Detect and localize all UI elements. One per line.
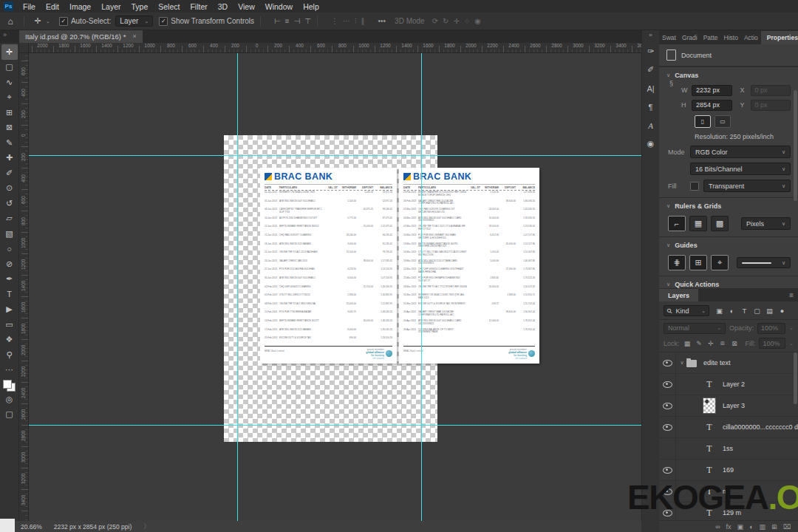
tool-button[interactable]: ✛ [1, 44, 18, 60]
auto-select-target-dropdown[interactable]: Layer ⌄ [115, 16, 153, 27]
layer-name[interactable]: cilla0000000...ccccccc0 d [723, 423, 798, 431]
panel-tab[interactable]: Swat [659, 31, 679, 44]
layer-name[interactable]: 169 [723, 466, 734, 474]
layers-action-icon[interactable]: ◐ [749, 523, 753, 531]
layer-filter-icon[interactable]: ▤ [764, 305, 775, 316]
tool-button[interactable]: ▧ [1, 226, 18, 242]
home-icon[interactable]: ⌂ [3, 16, 18, 27]
landscape-orientation-button[interactable]: ▭ [715, 115, 731, 128]
layer-filter-icon[interactable]: ◐ [726, 305, 737, 316]
layers-action-icon[interactable]: ∞ [715, 523, 720, 531]
visibility-toggle[interactable] [659, 395, 676, 416]
visibility-toggle[interactable] [659, 374, 676, 395]
layers-action-icon[interactable]: ▣ [737, 523, 744, 531]
tool-button[interactable]: ⊘ [1, 256, 18, 272]
layer-filter-icon[interactable]: T [739, 305, 750, 316]
layers-action-icon[interactable]: ⌧ [783, 523, 791, 531]
width-field[interactable]: 2232 px [692, 85, 732, 96]
layers-action-icon[interactable]: ▥ [760, 523, 766, 531]
expand-panels-icon[interactable]: » [649, 32, 652, 38]
group-caret-icon[interactable]: ∨ [678, 360, 686, 366]
guides-toggle[interactable]: ⋕ [668, 255, 686, 270]
tool-button[interactable]: ✒ [1, 272, 18, 287]
collapsed-panel-icon[interactable]: A| [643, 79, 659, 98]
collapsed-panel-icon[interactable]: ✐ [643, 61, 659, 79]
layer-name[interactable]: edite text [703, 359, 731, 366]
lock-icon[interactable]: ✎ [695, 340, 703, 347]
tool-button[interactable]: ⊞ [1, 105, 18, 120]
rulers-grids-toggle[interactable]: ⌐ [668, 216, 686, 231]
layer-filter-icon[interactable]: ▢ [751, 305, 763, 316]
distribute-icon[interactable]: ∥ [361, 17, 365, 26]
distribute-icon[interactable]: ⋯ [343, 17, 350, 26]
3d-mode-icon[interactable]: ⁘ [464, 17, 470, 25]
tool-button[interactable]: ⊠ [1, 120, 18, 136]
document-tab[interactable]: Italy id.psd @ 20.7% (RGB/16) * × [19, 30, 143, 43]
menu-item[interactable]: Select [153, 2, 185, 11]
layer-name[interactable]: Layer 3 [723, 402, 745, 409]
fill-checkbox[interactable] [690, 182, 699, 191]
tool-button[interactable]: ✚ [1, 151, 18, 166]
menu-item[interactable]: Help [298, 2, 324, 11]
layer-name[interactable]: 1ss [723, 445, 733, 452]
menu-item[interactable]: Edit [41, 2, 64, 11]
screen-mode-button[interactable]: ▢ [1, 407, 18, 423]
menu-item[interactable]: Type [126, 2, 153, 11]
3d-mode-icon[interactable]: ⟳ [432, 17, 438, 25]
layer-thumbnail[interactable]: T [703, 377, 716, 392]
visibility-toggle[interactable] [659, 460, 676, 480]
menu-item[interactable]: View [233, 2, 260, 11]
tool-button[interactable]: ✎ [1, 135, 18, 151]
close-icon[interactable]: × [132, 33, 136, 40]
layer-filter-icon[interactable]: ▣ [714, 305, 725, 316]
guides-toggle[interactable]: ⌖ [711, 255, 729, 270]
tool-button[interactable]: T [1, 287, 18, 302]
tool-button[interactable]: ○ [1, 242, 18, 257]
layer-thumbnail[interactable] [686, 360, 697, 367]
tab-layers[interactable]: Layers [659, 289, 698, 301]
guide-vertical[interactable] [237, 53, 238, 521]
lock-icon[interactable]: ⊠ [730, 340, 738, 347]
toolbar-expand-icon[interactable]: » [3, 31, 7, 38]
align-icon[interactable]: ⊤ [304, 17, 311, 25]
layer-filter-dropdown[interactable]: ⚲ Kind ⌄ [664, 305, 709, 316]
3d-mode-icon[interactable]: ↻ [443, 17, 449, 25]
more-options-icon[interactable]: ••• [378, 17, 386, 25]
ruler-units-dropdown[interactable]: Pixels ∨ [741, 217, 791, 230]
layer-thumbnail[interactable] [703, 398, 716, 414]
layer-row[interactable]: T Layer 2 [659, 374, 798, 395]
lock-icon[interactable]: ⧈ [718, 339, 726, 347]
collapsed-panel-icon[interactable]: ◉ [643, 134, 659, 153]
guides-toggle[interactable]: ⊞ [689, 255, 707, 270]
tool-button[interactable]: ▢ [1, 60, 18, 75]
align-icon[interactable]: ⊣ [294, 17, 301, 25]
layers-menu-icon[interactable]: ≡ [789, 291, 798, 301]
layer-row[interactable]: T cilla0000000...ccccccc0 d [659, 417, 798, 438]
layer-row[interactable]: Layer 3 [659, 395, 798, 417]
tool-button[interactable]: ∿ [1, 75, 18, 90]
guide-horizontal[interactable] [29, 155, 641, 156]
visibility-toggle[interactable] [659, 417, 676, 437]
show-transform-checkbox[interactable]: ✓ [159, 17, 168, 26]
menu-item[interactable]: Image [64, 2, 96, 11]
height-field[interactable]: 2854 px [692, 100, 732, 111]
tool-button[interactable]: ⚲ [1, 347, 18, 363]
link-dimensions-icon[interactable]: § [669, 80, 673, 87]
guides-section-header[interactable]: ∨ Guides [659, 236, 798, 253]
collapsed-panel-icon[interactable]: A [643, 116, 659, 134]
chevron-down-icon[interactable]: ⌄ [46, 18, 50, 24]
tab-properties[interactable]: Properties [761, 31, 798, 44]
tool-button[interactable]: ▶ [1, 302, 18, 318]
panel-tab[interactable]: Actio [741, 31, 761, 44]
collapsed-panel-icon[interactable]: ✑ [643, 42, 659, 61]
layer-thumbnail[interactable]: T [703, 441, 716, 456]
layer-filter-icon[interactable]: ● [777, 305, 788, 316]
move-tool-icon[interactable]: ✛ [30, 16, 45, 26]
tool-button[interactable]: ↺ [1, 196, 18, 211]
guide-vertical[interactable] [421, 53, 422, 521]
tool-button[interactable]: ⊙ [1, 181, 18, 197]
ruler-corner[interactable] [19, 43, 29, 53]
panel-tab[interactable]: Gradi [679, 31, 700, 44]
foreground-color-swatch[interactable] [3, 380, 12, 389]
fill-dropdown[interactable]: Transparent ∨ [703, 180, 791, 192]
